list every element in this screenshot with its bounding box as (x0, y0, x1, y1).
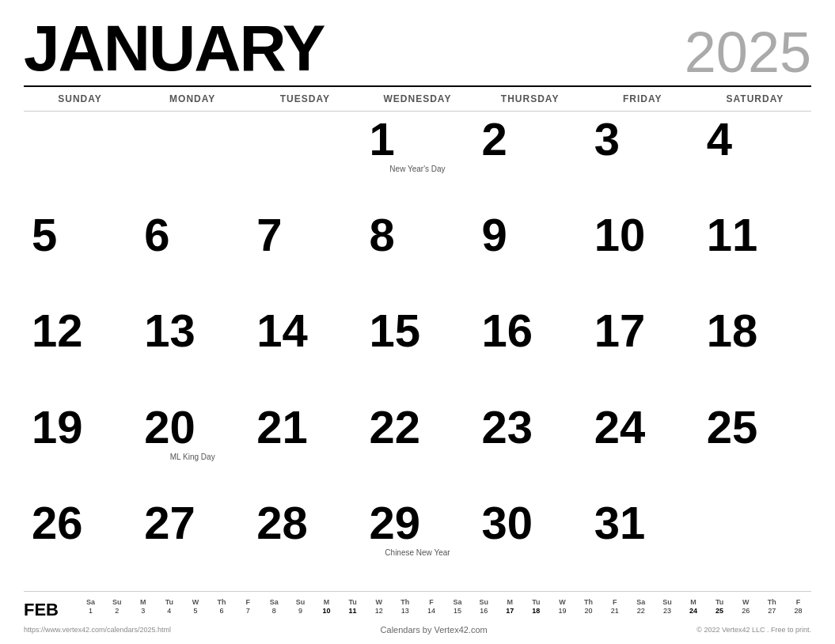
day-number: 19 (32, 404, 83, 450)
calendar-cell: 4 (699, 112, 811, 207)
mini-day-cell: 28 (785, 606, 811, 616)
mini-day-cell: 1 (78, 606, 104, 616)
day-number: 18 (707, 308, 758, 354)
mini-dow-cell: M (680, 598, 706, 606)
dow-cell: THURSDAY (474, 90, 586, 108)
day-number: 24 (594, 404, 646, 450)
day-number: 5 (32, 212, 57, 258)
mini-dow-cell: Tu (340, 598, 366, 606)
calendar-cell: 26 (24, 495, 136, 591)
calendar-cell: 0 (249, 112, 361, 207)
mini-day-cell: 22 (628, 606, 654, 616)
mini-dow-cell: F (785, 598, 811, 606)
day-number: 14 (256, 308, 308, 354)
calendar-cell: 8 (361, 207, 473, 303)
calendar-cell: 16 (474, 303, 586, 399)
mini-dow-cell: W (182, 598, 208, 606)
day-number: 11 (707, 212, 758, 258)
calendar-cell: 7 (249, 207, 361, 303)
day-number: 15 (369, 308, 420, 354)
mini-dow-cell: M (130, 598, 156, 606)
mini-dow-cell: Sa (261, 598, 287, 606)
calendar-cell: 0 (699, 495, 811, 591)
calendar-cell: 9 (474, 207, 586, 303)
mini-day-cell: 21 (602, 606, 628, 616)
day-number: 21 (256, 404, 308, 450)
mini-day-cell: 20 (575, 606, 602, 616)
calendar-cell: 22 (361, 400, 473, 495)
calendar-cell: 12 (24, 303, 136, 399)
day-number: 17 (594, 308, 646, 354)
mini-day-cell: 14 (418, 606, 444, 616)
mini-dow-cell: Sa (78, 598, 104, 606)
mini-day-cell: 13 (392, 606, 418, 616)
mini-dow-cell: Su (654, 598, 680, 606)
calendar-cell: 23 (474, 400, 586, 495)
day-number: 10 (594, 212, 646, 258)
mini-day-cell: 23 (654, 606, 680, 616)
mini-dow-cell: Th (392, 598, 418, 606)
calendar-cell: 24 (586, 400, 699, 495)
calendar-cell: 11 (699, 207, 811, 303)
mini-calendar-grid: SaSuMTuWThFSaSuMTuWThFSaSuMTuWThFSaSuMTu… (78, 598, 811, 616)
day-number: 22 (369, 404, 420, 450)
mini-day-cell: 6 (209, 606, 235, 616)
holiday-label: New Year's Day (369, 164, 465, 174)
header-row: JANUARY 2025 (24, 16, 811, 81)
day-number: 3 (594, 116, 620, 162)
day-number: 2 (482, 116, 507, 162)
footer-url: https://www.vertex42.com/calendars/2025.… (24, 626, 171, 634)
mini-day-cell: 25 (707, 606, 733, 616)
mini-dow-cell: Sa (445, 598, 471, 606)
calendar-cell: 19 (24, 400, 136, 495)
calendar-cell: 0 (136, 112, 249, 207)
calendar-cell: 3 (586, 112, 699, 207)
mini-day-cell: 15 (445, 606, 471, 616)
dow-cell: SUNDAY (24, 90, 136, 108)
day-number: 27 (144, 500, 195, 546)
mini-day-cell: 17 (497, 606, 523, 616)
mini-dow-cell: M (497, 598, 523, 606)
mini-day-cell: 4 (156, 606, 182, 616)
calendar-cell: 28 (249, 495, 361, 591)
calendar-cell: 0 (24, 112, 136, 207)
dow-cell: FRIDAY (586, 90, 699, 108)
day-number: 25 (707, 404, 758, 450)
day-number: 8 (369, 212, 394, 258)
mini-day-cell: 3 (130, 606, 156, 616)
mini-dow-cell: Tu (156, 598, 182, 606)
mini-dow-cell: Tu (523, 598, 549, 606)
day-number: 13 (144, 308, 195, 354)
mini-dow-cell: W (366, 598, 392, 606)
mini-dow-cell: F (602, 598, 628, 606)
calendar-cell: 25 (699, 400, 811, 495)
mini-day-cell: 8 (261, 606, 287, 616)
holiday-label: ML King Day (144, 452, 241, 462)
day-number: 23 (482, 404, 533, 450)
mini-day-cell: 5 (182, 606, 208, 616)
mini-dow-cell: F (235, 598, 261, 606)
mini-dow-cell: Su (287, 598, 313, 606)
calendar-cell: 5 (24, 207, 136, 303)
mini-day-cell: 10 (313, 606, 340, 616)
mini-day-cell: 11 (340, 606, 366, 616)
calendar-cell: 20ML King Day (136, 400, 249, 495)
dow-cell: MONDAY (136, 90, 249, 108)
mini-day-cell: 9 (287, 606, 313, 616)
day-number: 30 (482, 500, 533, 546)
footer-copyright: © 2022 Vertex42 LLC . Free to print. (696, 626, 811, 634)
calendar-cell: 18 (699, 303, 811, 399)
mini-dow-cell: Th (209, 598, 235, 606)
mini-month-label: FEB (24, 598, 63, 619)
mini-day-cell: 27 (759, 606, 785, 616)
dow-cell: WEDNESDAY (361, 90, 473, 108)
calendar-grid: 0001New Year's Day2345678910111213141516… (24, 112, 811, 591)
day-number: 20 (144, 404, 195, 450)
mini-day-cell: 7 (235, 606, 261, 616)
day-number: 9 (482, 212, 507, 258)
footer: https://www.vertex42.com/calendars/2025.… (24, 622, 811, 636)
mini-dow-cell: W (733, 598, 759, 606)
mini-dow-cell: Tu (707, 598, 733, 606)
mini-day-cell: 12 (366, 606, 392, 616)
day-number: 16 (482, 308, 533, 354)
